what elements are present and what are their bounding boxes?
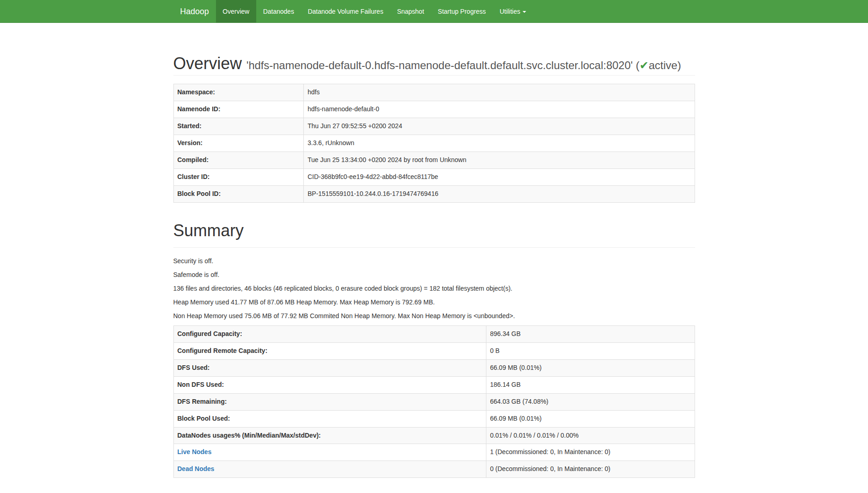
row-value: 664.03 GB (74.08%) bbox=[486, 393, 695, 410]
hadoop-brand[interactable]: Hadoop bbox=[173, 0, 216, 23]
table-row: Started: Thu Jun 27 09:52:55 +0200 2024 bbox=[173, 118, 695, 135]
navbar-container: Hadoop Overview Datanodes Datanode Volum… bbox=[167, 0, 702, 23]
table-row: DFS Remaining: 664.03 GB (74.08%) bbox=[173, 393, 695, 410]
row-label: Compiled: bbox=[173, 152, 304, 169]
row-label: Configured Capacity: bbox=[173, 325, 486, 342]
namenode-info-table: Namespace: hdfs Namenode ID: hdfs-nameno… bbox=[173, 84, 695, 203]
summary-heading: Summary bbox=[173, 219, 695, 242]
row-label: Block Pool Used: bbox=[173, 410, 486, 427]
non-heap-memory-text: Non Heap Memory used 75.06 MB of 77.92 M… bbox=[173, 312, 695, 321]
nav-item-startup-progress[interactable]: Startup Progress bbox=[431, 0, 493, 23]
row-value: 0 (Decommissioned: 0, In Maintenance: 0) bbox=[486, 461, 695, 478]
filesystem-objects-text: 136 files and directories, 46 blocks (46… bbox=[173, 284, 695, 293]
status-open-paren: ( bbox=[636, 59, 640, 71]
nav-item-datanodes[interactable]: Datanodes bbox=[256, 0, 301, 23]
nav-item-overview[interactable]: Overview bbox=[216, 0, 256, 23]
row-value: 1 (Decommissioned: 0, In Maintenance: 0) bbox=[486, 444, 695, 461]
table-row: Namespace: hdfs bbox=[173, 84, 695, 101]
row-value: 0 B bbox=[486, 342, 695, 359]
table-row: DFS Used: 66.09 MB (0.01%) bbox=[173, 359, 695, 376]
row-value: hdfs bbox=[304, 84, 695, 101]
main-nav: Overview Datanodes Datanode Volume Failu… bbox=[216, 0, 533, 23]
heap-memory-text: Heap Memory used 41.77 MB of 87.06 MB He… bbox=[173, 298, 695, 307]
nav-item-snapshot[interactable]: Snapshot bbox=[390, 0, 431, 23]
nav-item-utilities[interactable]: Utilities bbox=[493, 0, 533, 23]
row-value: 66.09 MB (0.01%) bbox=[486, 359, 695, 376]
page-content: Overview 'hdfs-namenode-default-0.hdfs-n… bbox=[167, 23, 702, 478]
row-value: Tue Jun 25 13:34:00 +0200 2024 by root f… bbox=[304, 152, 695, 169]
namenode-address: 'hdfs-namenode-default-0.hdfs-namenode-d… bbox=[247, 59, 681, 71]
page-title: Overview 'hdfs-namenode-default-0.hdfs-n… bbox=[173, 52, 695, 75]
row-value: 66.09 MB (0.01%) bbox=[486, 410, 695, 427]
table-row: Non DFS Used: 186.14 GB bbox=[173, 376, 695, 393]
table-row: Configured Capacity: 896.34 GB bbox=[173, 325, 695, 342]
nav-item-datanode-volume-failures[interactable]: Datanode Volume Failures bbox=[301, 0, 390, 23]
table-row: DataNodes usages% (Min/Median/Max/stdDev… bbox=[173, 427, 695, 444]
table-row: Compiled: Tue Jun 25 13:34:00 +0200 2024… bbox=[173, 152, 695, 169]
row-label: Block Pool ID: bbox=[173, 186, 304, 203]
row-label: Namespace: bbox=[173, 84, 304, 101]
table-row: Configured Remote Capacity: 0 B bbox=[173, 342, 695, 359]
row-label: Started: bbox=[173, 118, 304, 135]
row-label: Non DFS Used: bbox=[173, 376, 486, 393]
row-label: Configured Remote Capacity: bbox=[173, 342, 486, 359]
summary-divider bbox=[173, 247, 695, 248]
table-row: Block Pool ID: BP-1515559101-10.244.0.16… bbox=[173, 186, 695, 203]
row-label: Cluster ID: bbox=[173, 169, 304, 186]
row-value: 896.34 GB bbox=[486, 325, 695, 342]
table-row: Live Nodes 1 (Decommissioned: 0, In Main… bbox=[173, 444, 695, 461]
safemode-status-text: Safemode is off. bbox=[173, 271, 695, 280]
active-check-icon: ✔ bbox=[640, 59, 649, 71]
active-status-label: active) bbox=[649, 59, 681, 71]
table-row: Dead Nodes 0 (Decommissioned: 0, In Main… bbox=[173, 461, 695, 478]
nav-item-utilities-label: Utilities bbox=[500, 8, 520, 15]
dead-nodes-link[interactable]: Dead Nodes bbox=[178, 465, 215, 472]
table-row: Block Pool Used: 66.09 MB (0.01%) bbox=[173, 410, 695, 427]
live-nodes-link[interactable]: Live Nodes bbox=[178, 448, 212, 455]
summary-table: Configured Capacity: 896.34 GB Configure… bbox=[173, 325, 695, 478]
row-value: Thu Jun 27 09:52:55 +0200 2024 bbox=[304, 118, 695, 135]
row-label: DFS Remaining: bbox=[173, 393, 486, 410]
page-title-text: Overview bbox=[173, 54, 242, 73]
table-row: Namenode ID: hdfs-namenode-default-0 bbox=[173, 101, 695, 118]
row-label: DFS Used: bbox=[173, 359, 486, 376]
chevron-down-icon bbox=[523, 11, 526, 13]
table-row: Cluster ID: CID-368b9fc0-ee19-4d22-abbd-… bbox=[173, 169, 695, 186]
row-label: Namenode ID: bbox=[173, 101, 304, 118]
top-navbar: Hadoop Overview Datanodes Datanode Volum… bbox=[0, 0, 868, 23]
title-divider bbox=[173, 75, 695, 76]
security-status-text: Security is off. bbox=[173, 257, 695, 266]
row-value: BP-1515559101-10.244.0.16-1719474769416 bbox=[304, 186, 695, 203]
row-label: Version: bbox=[173, 135, 304, 152]
row-label: DataNodes usages% (Min/Median/Max/stdDev… bbox=[173, 427, 486, 444]
row-value: hdfs-namenode-default-0 bbox=[304, 101, 695, 118]
namenode-address-text: 'hdfs-namenode-default-0.hdfs-namenode-d… bbox=[247, 59, 633, 71]
row-value: CID-368b9fc0-ee19-4d22-abbd-84fcec8117be bbox=[304, 169, 695, 186]
row-value: 3.3.6, rUnknown bbox=[304, 135, 695, 152]
row-value: 186.14 GB bbox=[486, 376, 695, 393]
table-row: Version: 3.3.6, rUnknown bbox=[173, 135, 695, 152]
row-value: 0.01% / 0.01% / 0.01% / 0.00% bbox=[486, 427, 695, 444]
